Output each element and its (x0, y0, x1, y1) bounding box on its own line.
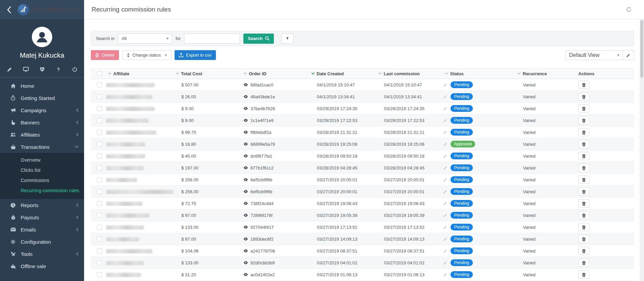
edit-status-icon[interactable] (443, 237, 447, 241)
edit-status-icon[interactable] (443, 201, 447, 205)
collapse-sidebar-button[interactable] (5, 5, 14, 14)
submenu-item-recurring-commission-rules[interactable]: Recurring commission rules (0, 185, 84, 196)
eye-icon[interactable] (243, 178, 248, 181)
row-checkbox[interactable] (97, 106, 102, 111)
sidebar-item-offline-sale[interactable]: Offline sale (0, 260, 84, 272)
edit-status-icon[interactable] (443, 213, 447, 217)
row-checkbox[interactable] (97, 165, 102, 170)
eye-icon[interactable] (243, 273, 248, 276)
sidebar-item-configuration[interactable]: Configuration (0, 236, 84, 248)
sidebar-item-getting-started[interactable]: Getting Started (0, 92, 84, 104)
refresh-icon[interactable] (626, 7, 631, 12)
help-icon[interactable]: ? (55, 66, 61, 72)
eye-icon[interactable] (243, 142, 248, 146)
eye-icon[interactable] (243, 249, 248, 253)
edit-status-icon[interactable] (443, 178, 447, 182)
column-header-affiliate[interactable]: Affiliate (106, 71, 174, 76)
eye-icon[interactable] (243, 237, 248, 241)
eye-icon[interactable] (243, 225, 248, 229)
eye-icon[interactable] (243, 107, 248, 110)
delete-row-button[interactable] (578, 211, 589, 219)
delete-row-button[interactable] (578, 140, 589, 148)
scrollbar-thumb[interactable] (640, 20, 643, 78)
row-checkbox[interactable] (97, 82, 102, 87)
row-checkbox[interactable] (97, 189, 102, 194)
column-header-order-id[interactable]: Order ID (241, 71, 309, 76)
row-checkbox[interactable] (97, 213, 102, 218)
row-checkbox[interactable] (97, 272, 102, 277)
sidebar-item-campaigns[interactable]: Campaigns (0, 104, 84, 116)
eye-icon[interactable] (243, 83, 248, 86)
row-checkbox[interactable] (97, 142, 102, 147)
scrollbar-track[interactable] (640, 19, 644, 281)
row-checkbox[interactable] (97, 177, 102, 182)
edit-view-button[interactable] (623, 50, 634, 60)
eye-icon[interactable] (243, 190, 248, 193)
delete-row-button[interactable] (578, 223, 589, 231)
change-status-button[interactable]: Change status ▾ (122, 50, 172, 60)
edit-status-icon[interactable] (443, 249, 447, 253)
sidebar-item-transactions[interactable]: Transactions (0, 141, 84, 153)
edit-status-icon[interactable] (443, 189, 447, 194)
row-checkbox[interactable] (97, 237, 102, 242)
edit-status-icon[interactable] (443, 106, 447, 111)
delete-row-button[interactable] (578, 164, 589, 172)
delete-row-button[interactable] (578, 128, 589, 136)
edit-status-icon[interactable] (443, 83, 447, 87)
sidebar-item-payouts[interactable]: $ Payouts (0, 211, 84, 223)
row-checkbox[interactable] (97, 248, 102, 254)
eye-icon[interactable] (243, 261, 248, 264)
row-checkbox[interactable] (97, 225, 102, 230)
edit-status-icon[interactable] (443, 261, 447, 265)
search-scope-select[interactable]: All ▾ (118, 34, 172, 44)
sidebar-item-emails[interactable]: Emails (0, 223, 84, 236)
sidebar-item-reports[interactable]: Reports (0, 199, 84, 211)
eye-icon[interactable] (243, 131, 248, 134)
column-header-total-cost[interactable]: Total Cost (174, 71, 241, 76)
column-header-status[interactable]: Status (443, 71, 515, 76)
select-all-checkbox[interactable] (97, 71, 102, 76)
column-header-last-commission[interactable]: Last commission (376, 71, 443, 76)
logout-icon[interactable] (72, 66, 78, 72)
delete-row-button[interactable] (578, 247, 589, 255)
submenu-item-overview[interactable]: Overview (0, 155, 84, 165)
sidebar-item-tools[interactable]: Tools (0, 248, 84, 260)
export-csv-button[interactable]: Export to csv (175, 50, 216, 60)
delete-row-button[interactable] (578, 199, 589, 207)
delete-row-button[interactable] (578, 116, 589, 124)
delete-row-button[interactable] (578, 93, 589, 101)
eye-icon[interactable] (243, 166, 248, 169)
eye-icon[interactable] (243, 202, 248, 205)
edit-status-icon[interactable] (443, 118, 447, 122)
sidebar-item-home[interactable]: Home (0, 80, 84, 92)
edit-status-icon[interactable] (443, 273, 447, 277)
row-checkbox[interactable] (97, 118, 102, 123)
filter-button[interactable] (281, 34, 294, 44)
health-status-icon[interactable] (39, 66, 45, 72)
search-button[interactable]: Search (243, 34, 274, 44)
edit-profile-icon[interactable] (6, 66, 13, 72)
edit-status-icon[interactable] (443, 225, 447, 229)
row-checkbox[interactable] (97, 154, 102, 159)
edit-status-icon[interactable] (443, 95, 447, 99)
submenu-item-commissions[interactable]: Commissions (0, 175, 84, 185)
eye-icon[interactable] (243, 119, 248, 122)
column-header-recurrence[interactable]: Recurrence (515, 71, 576, 76)
view-select[interactable]: Default View ▾ (565, 50, 623, 60)
delete-row-button[interactable] (578, 235, 589, 243)
delete-row-button[interactable] (578, 259, 589, 267)
delete-row-button[interactable] (578, 152, 589, 160)
edit-status-icon[interactable] (443, 130, 447, 134)
submenu-item-clicks-list[interactable]: Clicks list (0, 165, 84, 175)
eye-icon[interactable] (243, 154, 248, 158)
delete-row-button[interactable] (578, 176, 589, 184)
row-checkbox[interactable] (97, 260, 102, 265)
row-checkbox[interactable] (97, 201, 102, 206)
edit-status-icon[interactable] (443, 154, 447, 158)
eye-icon[interactable] (243, 214, 248, 217)
eye-icon[interactable] (243, 95, 248, 98)
edit-status-icon[interactable] (443, 142, 447, 146)
search-input[interactable] (184, 34, 240, 44)
delete-button[interactable]: Delete (91, 50, 119, 60)
delete-row-button[interactable] (578, 104, 589, 113)
